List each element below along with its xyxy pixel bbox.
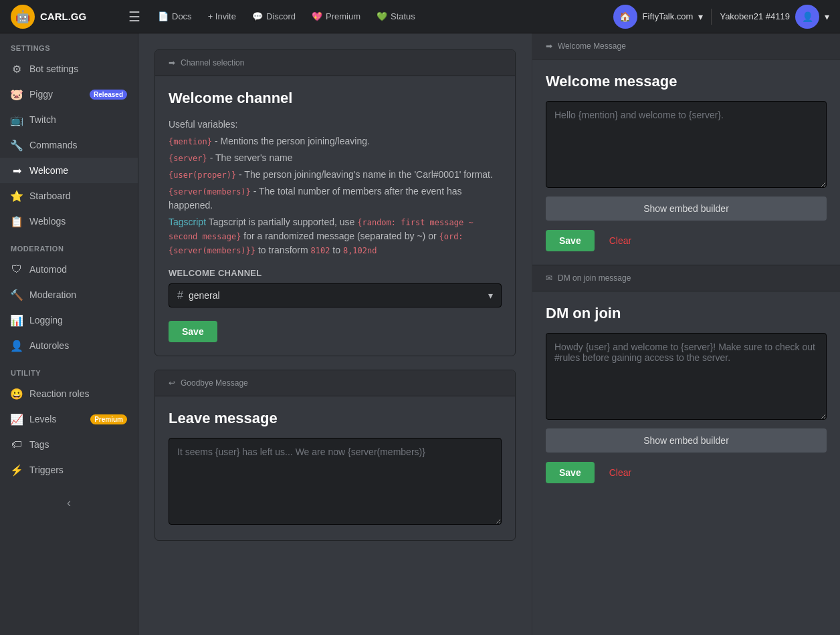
var-mention-desc: - Mentions the person joining/leaving. xyxy=(212,136,370,146)
user-selector[interactable]: Yakoben21 #4119 👤 ▾ xyxy=(720,5,829,29)
automod-icon: 🛡 xyxy=(11,263,23,275)
docs-icon: 📄 xyxy=(158,11,169,21)
reaction-roles-icon: 😀 xyxy=(11,388,23,400)
piggy-icon: 🐷 xyxy=(11,88,23,100)
server-chevron: ▾ xyxy=(698,11,703,22)
utility-section-title: UTILITY xyxy=(0,358,138,381)
status-link[interactable]: 💚 Status xyxy=(370,7,422,25)
var-user-proper: {user(proper)} - The person joining/leav… xyxy=(169,168,502,182)
sidebar: SETTINGS ⚙ Bot settings 🐷 Piggy Released… xyxy=(0,33,138,635)
left-panel: ➡ Channel selection Welcome channel Usef… xyxy=(138,33,532,635)
var-mention-tag: {mention} xyxy=(169,137,212,146)
invite-link[interactable]: + Invite xyxy=(201,7,243,25)
sidebar-item-weblogs[interactable]: 📋 Weblogs xyxy=(0,209,138,234)
welcome-message-textarea[interactable] xyxy=(546,101,827,188)
sidebar-item-label: Autoroles xyxy=(29,340,69,351)
sidebar-item-label: Tags xyxy=(29,439,49,450)
sidebar-item-bot-settings[interactable]: ⚙ Bot settings xyxy=(0,56,138,82)
sidebar-item-label: Twitch xyxy=(29,114,56,125)
goodbye-header-text: Goodbye Message xyxy=(181,378,248,388)
sidebar-item-welcome[interactable]: ➡ Welcome xyxy=(0,158,138,183)
sidebar-item-twitch[interactable]: 📺 Twitch xyxy=(0,107,138,132)
dm-save-button[interactable]: Save xyxy=(546,462,595,483)
docs-label: Docs xyxy=(172,11,192,21)
dm-on-join-section: ✉ DM on join message DM on join Show emb… xyxy=(532,265,840,497)
channel-selection-card: ➡ Channel selection Welcome channel Usef… xyxy=(154,49,516,356)
user-chevron: ▾ xyxy=(825,11,829,22)
var-server-members-tag: {server(members)} xyxy=(169,187,251,197)
server-selector[interactable]: 🏠 FiftyTalk.com ▾ xyxy=(613,5,704,29)
dm-icon: ✉ xyxy=(546,273,552,283)
dm-on-join-header-text: DM on join message xyxy=(558,273,631,283)
welcome-message-header-text: Welcome Message xyxy=(558,41,626,51)
sidebar-item-reaction-roles[interactable]: 😀 Reaction roles xyxy=(0,381,138,406)
leave-message-textarea[interactable] xyxy=(169,438,502,525)
collapse-sidebar-button[interactable]: ‹ xyxy=(0,483,138,523)
show-embed-builder-button-2[interactable]: Show embed builder xyxy=(546,428,827,453)
docs-link[interactable]: 📄 Docs xyxy=(151,7,199,25)
sidebar-item-starboard[interactable]: ⭐ Starboard xyxy=(0,183,138,209)
status-icon: 💚 xyxy=(377,11,387,21)
starboard-icon: ⭐ xyxy=(11,190,23,202)
welcome-clear-button[interactable]: Clear xyxy=(601,230,639,251)
channel-selection-header: ➡ Channel selection xyxy=(155,50,515,76)
var-user-proper-tag: {user(proper)} xyxy=(169,170,236,180)
sidebar-item-commands[interactable]: 🔧 Commands xyxy=(0,132,138,158)
leave-message-title: Leave message xyxy=(169,410,502,427)
premium-badge: Premium xyxy=(90,414,127,424)
logo-icon: 🤖 xyxy=(11,5,35,29)
sidebar-item-moderation[interactable]: 🔨 Moderation xyxy=(0,282,138,307)
user-avatar: 👤 xyxy=(795,5,819,29)
sidebar-item-triggers[interactable]: ⚡ Triggers xyxy=(0,457,138,483)
dm-on-join-body: DM on join Show embed builder Save Clear xyxy=(532,291,840,497)
tagscript-to: to xyxy=(332,245,343,255)
welcome-message-title: Welcome message xyxy=(546,73,827,90)
tagscript-mid: for a randomized message (separated by ~… xyxy=(243,231,439,241)
sidebar-item-logging[interactable]: 📊 Logging xyxy=(0,307,138,333)
sidebar-item-label: Triggers xyxy=(29,465,64,475)
sidebar-item-label: Reaction roles xyxy=(29,388,90,399)
goodbye-message-body: Leave message xyxy=(155,396,515,540)
var-server-members: {server(members)} - The total number of … xyxy=(169,184,502,213)
sidebar-item-tags[interactable]: 🏷 Tags xyxy=(0,432,138,457)
welcome-message-actions: Save Clear xyxy=(546,230,827,251)
tagscript-num1: 8102 xyxy=(311,246,330,255)
right-panel: ➡ Welcome Message Welcome message Show e… xyxy=(532,33,840,635)
channel-select-dropdown[interactable]: # general ▾ xyxy=(169,283,502,307)
tagscript-note: Tagscript Tagscript is partially support… xyxy=(169,215,502,257)
var-mention: {mention} - Mentions the person joining/… xyxy=(169,134,502,148)
discord-link[interactable]: 💬 Discord xyxy=(245,7,302,25)
save-channel-row: Save xyxy=(169,321,502,342)
tagscript-note-text: Tagscript is partially supported, use xyxy=(209,217,358,227)
welcome-message-section: ➡ Welcome Message Welcome message Show e… xyxy=(532,33,840,265)
premium-link[interactable]: 💖 Premium xyxy=(305,7,367,25)
tagscript-end: to transform xyxy=(258,245,311,255)
levels-icon: 📈 xyxy=(11,413,23,425)
weblogs-icon: 📋 xyxy=(11,215,23,227)
sidebar-item-autoroles[interactable]: 👤 Autoroles xyxy=(0,333,138,358)
welcome-save-button[interactable]: Save xyxy=(546,230,595,251)
dm-on-join-title: DM on join xyxy=(546,305,827,322)
logging-icon: 📊 xyxy=(11,314,23,326)
dm-clear-button[interactable]: Clear xyxy=(601,462,639,483)
triggers-icon: ⚡ xyxy=(11,464,23,476)
menu-icon[interactable]: ☰ xyxy=(128,9,140,25)
sidebar-item-levels[interactable]: 📈 Levels Premium xyxy=(0,406,138,432)
sidebar-item-label: Automod xyxy=(29,264,67,275)
useful-vars-title: Useful variables: xyxy=(169,118,502,132)
discord-label: Discord xyxy=(266,11,296,21)
dm-on-join-textarea[interactable] xyxy=(546,333,827,420)
sidebar-item-automod[interactable]: 🛡 Automod xyxy=(0,257,138,282)
save-channel-button[interactable]: Save xyxy=(169,321,217,342)
show-embed-builder-button[interactable]: Show embed builder xyxy=(546,197,827,221)
useful-variables: Useful variables: {mention} - Mentions t… xyxy=(169,118,502,257)
sidebar-item-label: Piggy xyxy=(29,89,53,100)
sidebar-item-piggy[interactable]: 🐷 Piggy Released xyxy=(0,82,138,107)
welcome-channel-field: Welcome Channel # general ▾ xyxy=(169,268,502,307)
sidebar-item-label: Moderation xyxy=(29,289,76,300)
tags-icon: 🏷 xyxy=(11,438,23,451)
commands-icon: 🔧 xyxy=(11,139,23,151)
moderation-icon: 🔨 xyxy=(11,289,23,301)
goodbye-icon: ↩ xyxy=(169,378,175,388)
channel-select-value: general xyxy=(189,290,220,301)
